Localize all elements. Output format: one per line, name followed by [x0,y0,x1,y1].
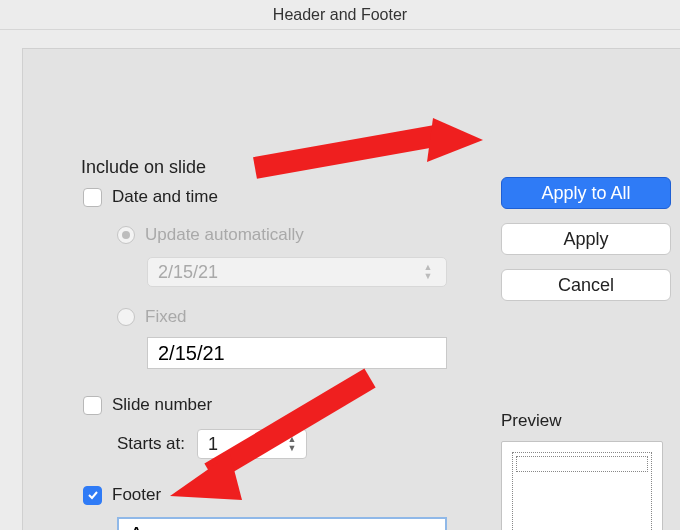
checkbox-date-time[interactable] [83,188,102,207]
input-fixed-date[interactable] [147,337,447,369]
label-fixed: Fixed [145,307,187,327]
label-slide-number: Slide number [112,395,212,415]
chevron-updown-icon: ▲▼ [284,435,300,453]
radio-fixed[interactable] [117,308,135,326]
label-starts-at: Starts at: [117,434,185,454]
input-footer[interactable] [117,517,447,530]
label-date-time: Date and time [112,187,218,207]
input-fixed-date-field[interactable] [156,341,438,366]
preview-thumbnail [501,441,663,530]
preview-label: Preview [501,411,676,431]
dialog-panel: Include on slide Date and time Update au… [22,48,680,530]
group-include-label: Include on slide [81,157,206,178]
checkbox-footer[interactable] [83,486,102,505]
apply-button[interactable]: Apply [501,223,671,255]
apply-to-all-button[interactable]: Apply to All [501,177,671,209]
select-auto-date[interactable]: 2/15/21 ▲▼ [147,257,447,287]
stepper-starts-at[interactable]: 1 ▲▼ [197,429,307,459]
stepper-starts-at-value: 1 [208,434,218,455]
label-update-auto: Update automatically [145,225,304,245]
radio-update-auto[interactable] [117,226,135,244]
label-footer: Footer [112,485,161,505]
window-title: Header and Footer [0,0,680,30]
check-icon [87,489,99,501]
cancel-button[interactable]: Cancel [501,269,671,301]
select-auto-date-value: 2/15/21 [158,262,218,283]
input-footer-field[interactable] [127,521,437,530]
checkbox-slide-number[interactable] [83,396,102,415]
chevron-updown-icon: ▲▼ [420,263,436,281]
